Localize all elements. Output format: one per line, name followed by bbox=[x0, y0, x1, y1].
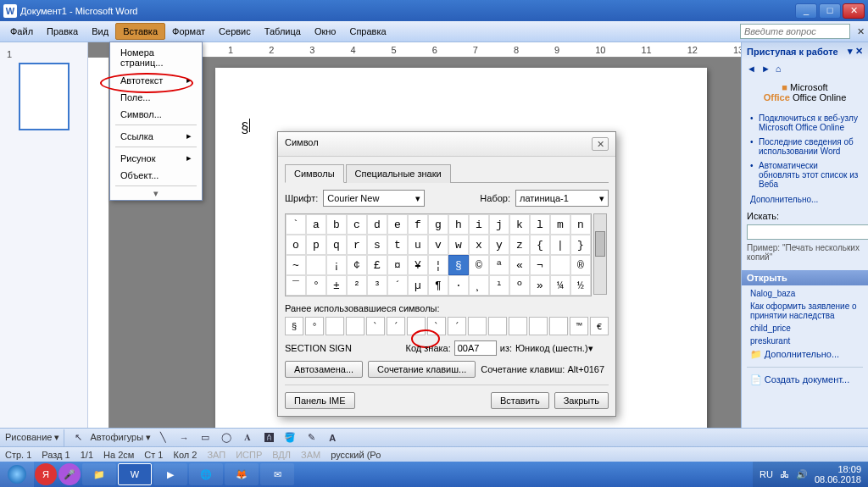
recent-char[interactable]: § bbox=[285, 317, 303, 335]
char-cell[interactable]: ¯ bbox=[286, 275, 306, 296]
char-cell[interactable]: » bbox=[530, 275, 550, 296]
char-cell[interactable]: g bbox=[428, 214, 448, 235]
recent-char[interactable]: ˋ bbox=[427, 317, 446, 335]
tray-sound-icon[interactable]: 🔊 bbox=[796, 469, 808, 480]
fill-icon[interactable]: 🪣 bbox=[281, 429, 299, 447]
char-cell[interactable]: ¤ bbox=[387, 255, 408, 275]
tray-lang[interactable]: RU bbox=[760, 469, 773, 479]
ime-button[interactable]: Панель IME bbox=[285, 392, 355, 409]
char-cell[interactable]: ¬ bbox=[530, 255, 550, 275]
char-cell[interactable]: d bbox=[367, 214, 387, 235]
char-cell[interactable]: ~ bbox=[286, 255, 306, 275]
char-cell[interactable]: o bbox=[286, 235, 306, 255]
textbox-icon[interactable]: 𝐀 bbox=[238, 429, 257, 447]
char-cell[interactable]: r bbox=[347, 235, 367, 255]
tp-open-4[interactable]: preskurant bbox=[750, 335, 860, 347]
dialog-close-icon[interactable]: ✕ bbox=[592, 137, 609, 151]
taskbar-explorer[interactable]: 📁 bbox=[82, 463, 116, 485]
oval-icon[interactable]: ◯ bbox=[217, 429, 236, 447]
start-button[interactable] bbox=[0, 462, 34, 487]
tp-create-doc[interactable]: 📄 Создать документ... bbox=[750, 373, 860, 387]
recent-char[interactable]: ° bbox=[305, 317, 324, 335]
char-cell[interactable]: l bbox=[530, 214, 550, 235]
grid-scrollbar[interactable] bbox=[593, 213, 607, 295]
mi-page-numbers[interactable]: Номера страниц... bbox=[112, 44, 200, 71]
line-color-icon[interactable]: ✎ bbox=[302, 429, 320, 447]
mi-reference[interactable]: Ссылка▸ bbox=[112, 127, 200, 145]
recent-char[interactable] bbox=[488, 317, 507, 335]
from-select[interactable]: Юникод (шестн.)▾ bbox=[515, 343, 609, 354]
char-cell[interactable]: ¡ bbox=[326, 255, 347, 275]
recent-char[interactable]: ™ bbox=[570, 317, 588, 335]
tp-open-3[interactable]: child_price bbox=[750, 322, 860, 335]
char-cell[interactable]: µ bbox=[408, 275, 428, 296]
taskbar-word[interactable]: W bbox=[118, 463, 152, 485]
tp-link-update[interactable]: Автоматически обновлять этот список из В… bbox=[750, 158, 860, 191]
char-cell[interactable]: ª bbox=[489, 255, 509, 275]
char-cell[interactable]: ¢ bbox=[347, 255, 367, 275]
recent-char[interactable]: ˊ bbox=[387, 317, 405, 335]
close-button[interactable]: ✕ bbox=[843, 3, 865, 19]
char-cell[interactable]: · bbox=[448, 275, 469, 296]
close-dialog-button[interactable]: Закрыть bbox=[554, 392, 609, 409]
taskbar-outlook[interactable]: ✉ bbox=[260, 463, 294, 485]
char-cell[interactable]: t bbox=[387, 235, 408, 255]
mi-field[interactable]: Поле... bbox=[112, 89, 200, 106]
char-cell[interactable]: k bbox=[509, 214, 530, 235]
char-cell[interactable]: £ bbox=[367, 255, 387, 275]
char-cell[interactable]: | bbox=[550, 235, 570, 255]
select-icon[interactable]: ↖ bbox=[69, 429, 87, 447]
char-cell[interactable]: ³ bbox=[367, 275, 387, 296]
menu-help[interactable]: Справка bbox=[342, 24, 392, 39]
tp-open-2[interactable]: Как оформить заявление о принятии наслед… bbox=[750, 300, 860, 322]
minimize-button[interactable]: _ bbox=[795, 3, 817, 19]
taskpane-dropdown-icon[interactable]: ▾ ✕ bbox=[848, 46, 863, 57]
char-cell[interactable] bbox=[306, 255, 326, 275]
tray-network-icon[interactable]: 🖧 bbox=[780, 469, 789, 479]
char-cell[interactable]: ½ bbox=[570, 275, 591, 296]
char-cell[interactable]: { bbox=[530, 235, 550, 255]
char-cell[interactable]: j bbox=[489, 214, 509, 235]
menu-window[interactable]: Окно bbox=[308, 24, 343, 39]
char-cell[interactable]: ± bbox=[326, 275, 347, 296]
char-cell[interactable]: c bbox=[347, 214, 367, 235]
char-cell[interactable]: m bbox=[550, 214, 570, 235]
mi-symbol[interactable]: Символ... bbox=[112, 106, 200, 123]
tp-open-1[interactable]: Nalog_baza bbox=[750, 287, 860, 300]
char-cell[interactable]: x bbox=[469, 235, 489, 255]
char-cell[interactable]: ¦ bbox=[428, 255, 448, 275]
menu-file[interactable]: Файл bbox=[3, 24, 40, 39]
line-icon[interactable]: ╲ bbox=[153, 429, 172, 447]
char-cell[interactable]: w bbox=[448, 235, 469, 255]
char-cell[interactable]: b bbox=[326, 214, 347, 235]
char-cell[interactable]: i bbox=[469, 214, 489, 235]
mi-object[interactable]: Объект... bbox=[112, 167, 200, 184]
char-cell[interactable]: ¶ bbox=[428, 275, 448, 296]
char-cell[interactable]: h bbox=[448, 214, 469, 235]
taskbar-chrome[interactable]: 🌐 bbox=[189, 463, 223, 485]
mi-expand[interactable]: ▾ bbox=[112, 188, 200, 198]
tray-clock[interactable]: 18:09 08.06.2018 bbox=[815, 464, 861, 484]
char-grid[interactable]: `abcdefghijklmnopqrstuvwxyz{|}~ ¡¢£¤¥¦§©… bbox=[285, 213, 592, 296]
char-cell[interactable]: q bbox=[326, 235, 347, 255]
drawing-label[interactable]: Рисование ▾ bbox=[5, 432, 59, 443]
recent-char[interactable] bbox=[549, 317, 568, 335]
taskpane-fwd-icon[interactable]: ► bbox=[761, 64, 771, 74]
font-color-draw-icon[interactable]: A bbox=[323, 429, 342, 447]
menu-insert[interactable]: Вставка bbox=[115, 23, 165, 40]
recent-char[interactable] bbox=[509, 317, 527, 335]
char-cell[interactable]: p bbox=[306, 235, 326, 255]
char-cell[interactable]: º bbox=[509, 275, 530, 296]
code-input[interactable] bbox=[454, 340, 497, 356]
font-select[interactable]: Courier New▾ bbox=[323, 190, 425, 207]
doc-close-icon[interactable]: ✕ bbox=[857, 26, 865, 37]
tp-link-news[interactable]: Последние сведения об использовании Word bbox=[750, 135, 860, 158]
mi-picture[interactable]: Рисунок▸ bbox=[112, 149, 200, 167]
char-cell[interactable]: ¹ bbox=[489, 275, 509, 296]
thumb-page-1[interactable] bbox=[19, 63, 70, 130]
char-cell[interactable]: ² bbox=[347, 275, 367, 296]
help-question-input[interactable] bbox=[740, 24, 850, 39]
set-select[interactable]: латиница-1▾ bbox=[515, 190, 609, 207]
char-cell[interactable]: ¥ bbox=[408, 255, 428, 275]
char-cell[interactable]: y bbox=[489, 235, 509, 255]
